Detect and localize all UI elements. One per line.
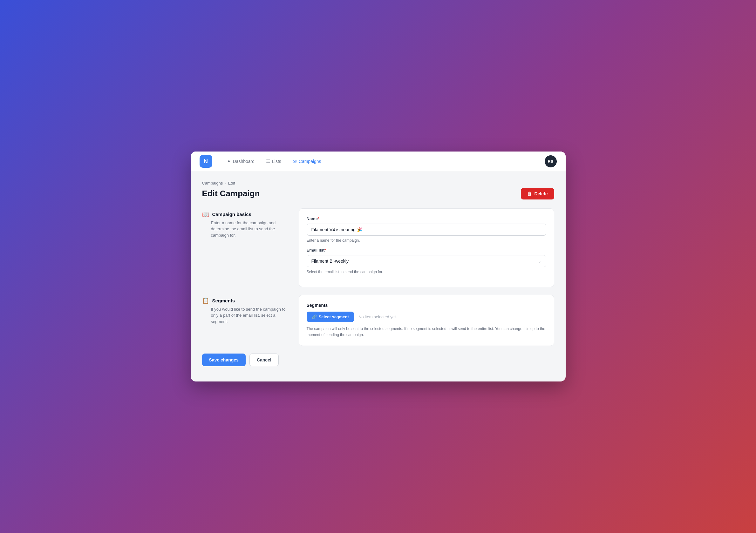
page-title: Edit Campaign [202,189,260,199]
breadcrumb-campaigns[interactable]: Campaigns [202,181,223,185]
link-icon: 🔗 [312,314,317,319]
footer-actions: Save changes Cancel [202,354,554,366]
campaigns-icon: ✉ [293,158,297,164]
campaign-basics-title: 📖 Campaign basics [202,211,291,218]
nav-lists[interactable]: ☰ Lists [261,156,286,167]
trash-icon: 🗑 [527,191,532,196]
email-list-select-wrap: Filament Bi-weekly ⌄ [307,255,546,267]
email-list-select[interactable]: Filament Bi-weekly [307,255,546,267]
name-field-label: Name* [307,216,546,221]
breadcrumb-separator: › [225,181,226,185]
segment-hint: The campaign will only be sent to the se… [307,326,546,338]
select-segment-button[interactable]: 🔗 Select segment [307,312,354,322]
dashboard-icon: ✦ [227,158,231,164]
email-list-hint: Select the email list to send the campai… [307,270,546,274]
nav-campaigns[interactable]: ✉ Campaigns [288,156,326,167]
main-content: Campaigns › Edit Edit Campaign 🗑 Delete … [191,172,566,382]
campaign-name-input[interactable] [307,224,546,236]
app-window: N ✦ Dashboard ☰ Lists ✉ Campaigns RS Cam… [191,151,566,382]
segments-card: Segments 🔗 Select segment No item select… [299,295,554,346]
page-header: Edit Campaign 🗑 Delete [202,188,554,200]
name-hint: Enter a name for the campaign. [307,238,546,243]
segments-section: 📋 Segments If you would like to send the… [202,295,554,346]
campaign-basics-desc: Enter a name for the campaign and determ… [202,220,291,239]
segments-title: 📋 Segments [202,297,291,304]
campaign-basics-label: 📖 Campaign basics Enter a name for the c… [202,208,291,287]
segments-desc: If you would like to send the campaign t… [202,306,291,325]
nav-links: ✦ Dashboard ☰ Lists ✉ Campaigns [223,156,534,167]
email-list-field-label: Email list* [307,248,546,253]
save-changes-button[interactable]: Save changes [202,354,246,366]
delete-button[interactable]: 🗑 Delete [521,188,554,200]
campaign-basics-section: 📖 Campaign basics Enter a name for the c… [202,208,554,287]
email-list-required-indicator: * [325,248,326,253]
segment-row: 🔗 Select segment No item selected yet. [307,312,546,322]
segments-label: 📋 Segments If you would like to send the… [202,295,291,346]
brand-logo[interactable]: N [200,155,212,168]
user-avatar[interactable]: RS [545,155,557,167]
no-item-selected-text: No item selected yet. [359,314,397,319]
breadcrumb-current: Edit [228,181,235,185]
segments-card-title: Segments [307,303,546,308]
segments-icon: 📋 [202,297,209,304]
navbar: N ✦ Dashboard ☰ Lists ✉ Campaigns RS [191,151,566,172]
book-icon: 📖 [202,211,209,218]
campaign-basics-card: Name* Enter a name for the campaign. Ema… [299,208,554,287]
breadcrumb: Campaigns › Edit [202,181,554,185]
lists-icon: ☰ [266,158,270,164]
nav-dashboard[interactable]: ✦ Dashboard [223,156,259,167]
cancel-button[interactable]: Cancel [250,354,279,366]
name-required-indicator: * [318,216,319,221]
